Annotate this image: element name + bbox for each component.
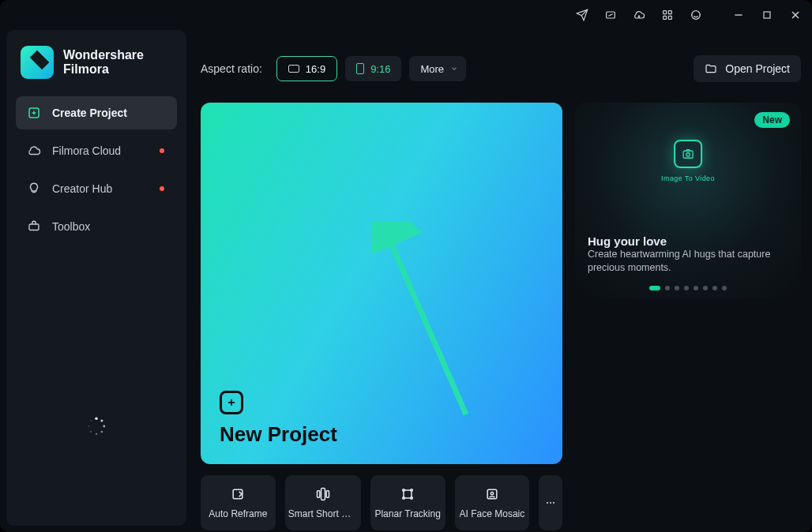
open-project-label: Open Project [725, 62, 790, 75]
minimize-icon[interactable] [731, 8, 746, 22]
plus-square-icon [27, 106, 41, 120]
send-icon[interactable] [575, 8, 589, 22]
notification-dot [160, 148, 164, 153]
sidebar-item-create-project[interactable]: Create Project [16, 96, 177, 129]
aspect-ratio-value: 16:9 [306, 63, 325, 75]
sidebar-item-label: Creator Hub [52, 182, 112, 195]
aspect-ratio-label: Aspect ratio: [201, 62, 262, 75]
loading-spinner-icon [86, 416, 107, 440]
carousel-dot[interactable] [649, 286, 660, 290]
planar-tracking-icon [400, 486, 415, 502]
left-stack: New Project Auto Reframe Smart Short Cli… [201, 103, 562, 530]
sidebar-item-filmora-cloud[interactable]: Filmora Cloud [16, 134, 177, 167]
promo-card[interactable]: New Image To Video Hug your love Create … [575, 103, 801, 298]
sidebar-item-label: Filmora Cloud [52, 144, 121, 157]
tool-card-label: Auto Reframe [209, 508, 267, 519]
aspect-ratio-16-9-button[interactable]: 16:9 [276, 56, 337, 81]
bulb-icon [27, 182, 41, 196]
carousel-dot[interactable] [665, 286, 670, 290]
svg-point-21 [90, 420, 92, 421]
close-icon[interactable] [788, 8, 803, 22]
brand-line1: Wondershare [63, 48, 144, 62]
sidebar-item-creator-hub[interactable]: Creator Hub [16, 172, 177, 205]
svg-point-5 [692, 11, 701, 20]
brand-line2: Filmora [63, 62, 144, 77]
brand-text: Wondershare Filmora [63, 48, 144, 77]
tool-cards: Auto Reframe Smart Short Cli… Planar Tra… [201, 475, 562, 530]
app-frame: Wondershare Filmora Create Project Filmo… [0, 0, 812, 532]
auto-reframe-icon [230, 486, 246, 502]
loading-spinner-wrap [16, 341, 177, 515]
promo-mini-caption: Image To Video [661, 174, 715, 182]
maximize-icon[interactable] [760, 8, 774, 22]
toolbar: Aspect ratio: 16:9 9:16 More Open Projec… [201, 30, 801, 82]
apps-icon[interactable] [660, 8, 675, 22]
svg-rect-38 [683, 152, 693, 159]
svg-rect-4 [668, 16, 671, 19]
aspect-ratio-9-16-button[interactable]: 9:16 [345, 56, 401, 81]
svg-point-37 [553, 502, 554, 504]
landscape-rect-icon [288, 65, 299, 73]
plus-square-icon [220, 391, 243, 414]
carousel-dot[interactable] [694, 286, 698, 290]
promo-subtitle: Create heartwarming AI hugs that capture… [588, 248, 788, 275]
svg-point-20 [88, 425, 89, 427]
cloud-download-icon[interactable] [632, 8, 646, 22]
aspect-ratio-value: 9:16 [370, 63, 390, 75]
hero-row: New Project Auto Reframe Smart Short Cli… [201, 103, 801, 530]
tool-card-label: Planar Tracking [374, 508, 440, 519]
svg-point-18 [96, 433, 97, 435]
svg-rect-1 [664, 11, 667, 14]
chevron-down-icon [450, 65, 458, 73]
support-icon[interactable] [689, 8, 703, 22]
portrait-rect-icon [356, 63, 364, 74]
tool-card-ai-face-mosaic[interactable]: AI Face Mosaic [455, 475, 530, 530]
camera-icon [674, 140, 702, 168]
carousel-dot[interactable] [684, 286, 689, 290]
sidebar-item-toolbox[interactable]: Toolbox [16, 210, 177, 243]
toolbox-icon [27, 219, 41, 234]
carousel-dots[interactable] [649, 286, 727, 290]
svg-point-17 [101, 431, 103, 433]
svg-point-14 [95, 418, 97, 420]
svg-point-35 [547, 502, 548, 504]
carousel-dot[interactable] [712, 286, 717, 290]
aspect-ratio-more-button[interactable]: More [409, 56, 466, 81]
tool-card-smart-short-clips[interactable]: Smart Short Cli… [285, 475, 361, 530]
content-row: Wondershare Filmora Create Project Filmo… [0, 30, 812, 532]
svg-rect-33 [487, 489, 497, 499]
new-badge: New [754, 112, 790, 128]
svg-rect-13 [29, 224, 39, 230]
more-horizontal-icon [544, 496, 557, 509]
tool-card-planar-tracking[interactable]: Planar Tracking [370, 475, 445, 530]
sidebar: Wondershare Filmora Create Project Filmo… [6, 30, 186, 526]
brand-logo-icon [21, 46, 54, 79]
svg-rect-27 [326, 491, 329, 497]
svg-rect-26 [317, 491, 319, 497]
discount-icon[interactable] [603, 8, 618, 22]
sidebar-item-label: Create Project [52, 107, 127, 119]
sidebar-nav: Create Project Filmora Cloud Creator Hub [16, 96, 177, 243]
svg-rect-7 [764, 12, 770, 18]
new-project-button[interactable]: New Project [201, 103, 562, 464]
tool-card-more-button[interactable] [539, 475, 562, 530]
notification-dot [160, 186, 164, 191]
svg-rect-25 [321, 489, 325, 500]
svg-point-16 [103, 425, 105, 428]
brand: Wondershare Filmora [16, 41, 177, 96]
carousel-dot[interactable] [703, 286, 708, 290]
smart-short-icon [315, 486, 331, 502]
tool-card-auto-reframe[interactable]: Auto Reframe [201, 475, 276, 530]
svg-point-39 [686, 153, 690, 157]
carousel-dot[interactable] [722, 286, 727, 290]
folder-icon [705, 62, 717, 75]
promo-title: Hug your love [588, 234, 667, 248]
carousel-dot[interactable] [675, 286, 679, 290]
promo-centerpiece: Image To Video [661, 140, 715, 182]
svg-point-34 [491, 493, 493, 495]
svg-rect-2 [668, 11, 671, 14]
open-project-button[interactable]: Open Project [694, 55, 801, 82]
titlebar [0, 0, 812, 30]
more-label: More [420, 63, 444, 75]
tool-card-label: Smart Short Cli… [288, 508, 358, 519]
